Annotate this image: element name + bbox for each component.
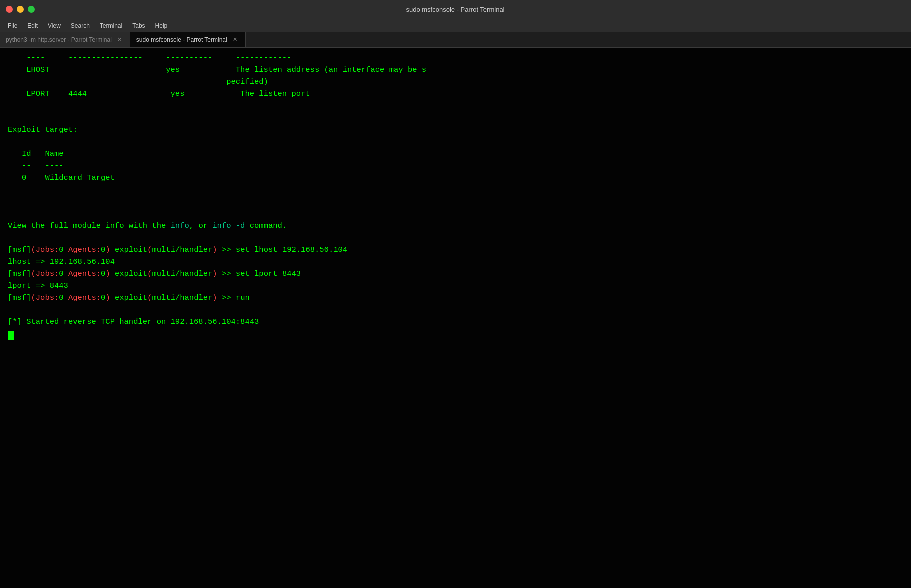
tab-http-server-label: python3 -m http.server - Parrot Terminal <box>6 36 112 44</box>
terminal-line-set-lhost: [msf](Jobs:0 Agents:0) exploit(multi/han… <box>8 244 903 256</box>
terminal-cursor-line <box>8 328 903 340</box>
terminal-line-lport-result: lport => 8443 <box>8 280 903 292</box>
menu-search[interactable]: Search <box>67 22 94 30</box>
tab-msfconsole-close[interactable]: ✕ <box>232 36 240 44</box>
menu-view[interactable]: View <box>44 22 65 30</box>
tabbar: python3 -m http.server - Parrot Terminal… <box>0 32 911 48</box>
terminal-blank-6 <box>8 208 903 220</box>
maximize-button[interactable] <box>28 6 35 13</box>
tab-msfconsole[interactable]: sudo msfconsole - Parrot Terminal ✕ <box>130 32 246 48</box>
terminal-blank-8 <box>8 304 903 316</box>
menubar: File Edit View Search Terminal Tabs Help <box>0 19 911 32</box>
tab-http-server[interactable]: python3 -m http.server - Parrot Terminal… <box>0 32 130 48</box>
menu-edit[interactable]: Edit <box>24 22 42 30</box>
terminal-blank-4 <box>8 184 903 196</box>
window-title: sudo msfconsole - Parrot Terminal <box>406 6 504 14</box>
terminal-line-run: [msf](Jobs:0 Agents:0) exploit(multi/han… <box>8 292 903 304</box>
titlebar: sudo msfconsole - Parrot Terminal <box>0 0 911 19</box>
terminal-line-lport: LPORT 4444 yes The listen port <box>8 88 903 100</box>
close-button[interactable] <box>6 6 13 13</box>
tab-http-server-close[interactable]: ✕ <box>116 36 124 44</box>
terminal-blank-1 <box>8 100 903 112</box>
terminal-line-lhost: LHOST yes The listen address (an interfa… <box>8 64 903 76</box>
terminal-blank-7 <box>8 232 903 244</box>
terminal-line-view-info: View the full module info with the info,… <box>8 220 903 232</box>
terminal-line-id-name-header: Id Name <box>8 148 903 160</box>
terminal-blank-3 <box>8 136 903 148</box>
traffic-lights <box>6 6 35 13</box>
terminal-line-separator: ---- ---------------- ---------- -------… <box>8 52 903 64</box>
terminal-cursor <box>8 331 14 340</box>
terminal-window: sudo msfconsole - Parrot Terminal File E… <box>0 0 911 588</box>
terminal-blank-2 <box>8 112 903 124</box>
minimize-button[interactable] <box>17 6 24 13</box>
terminal-line-id-name-sep: -- ---- <box>8 160 903 172</box>
terminal-blank-5 <box>8 196 903 208</box>
terminal-output[interactable]: ---- ---------------- ---------- -------… <box>0 48 911 588</box>
menu-help[interactable]: Help <box>152 22 172 30</box>
menu-file[interactable]: File <box>4 22 22 30</box>
tab-msfconsole-label: sudo msfconsole - Parrot Terminal <box>136 36 228 44</box>
menu-terminal[interactable]: Terminal <box>96 22 126 30</box>
terminal-line-wildcard: 0 Wildcard Target <box>8 172 903 184</box>
terminal-line-set-lport: [msf](Jobs:0 Agents:0) exploit(multi/han… <box>8 268 903 280</box>
terminal-line-exploit-target: Exploit target: <box>8 124 903 136</box>
terminal-line-lhost-cont: pecified) <box>8 76 903 88</box>
menu-tabs[interactable]: Tabs <box>128 22 149 30</box>
terminal-line-started-handler: [*] Started reverse TCP handler on 192.1… <box>8 316 903 328</box>
terminal-line-lhost-result: lhost => 192.168.56.104 <box>8 256 903 268</box>
